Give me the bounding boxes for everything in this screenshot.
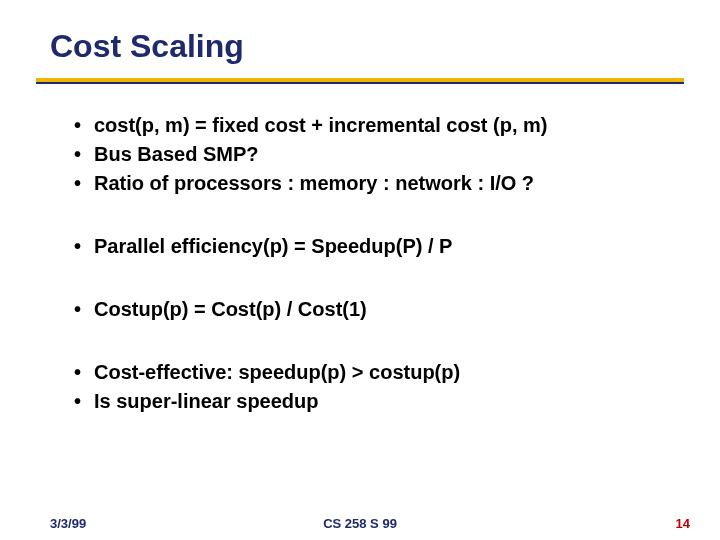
footer-course: CS 258 S 99 [0,516,720,531]
bullet-item: Cost-effective: speedup(p) > costup(p) [70,359,660,386]
bullet-item: Costup(p) = Cost(p) / Cost(1) [70,296,660,323]
bullet-group-2: Parallel efficiency(p) = Speedup(P) / P [70,233,660,260]
slide: Cost Scaling cost(p, m) = fixed cost + i… [0,0,720,540]
bullet-group-4: Cost-effective: speedup(p) > costup(p) I… [70,359,660,415]
group-gap [70,199,660,231]
bullet-item: Bus Based SMP? [70,141,660,168]
bullet-item: Ratio of processors : memory : network :… [70,170,660,197]
title-rule-blue [36,82,684,84]
group-gap [70,325,660,357]
slide-body: cost(p, m) = fixed cost + incremental co… [70,110,660,417]
bullet-item: Is super-linear speedup [70,388,660,415]
footer-page: 14 [676,516,690,531]
slide-title: Cost Scaling [50,28,244,65]
bullet-group-1: cost(p, m) = fixed cost + incremental co… [70,112,660,197]
group-gap [70,262,660,294]
bullet-item: Parallel efficiency(p) = Speedup(P) / P [70,233,660,260]
bullet-group-3: Costup(p) = Cost(p) / Cost(1) [70,296,660,323]
bullet-item: cost(p, m) = fixed cost + incremental co… [70,112,660,139]
